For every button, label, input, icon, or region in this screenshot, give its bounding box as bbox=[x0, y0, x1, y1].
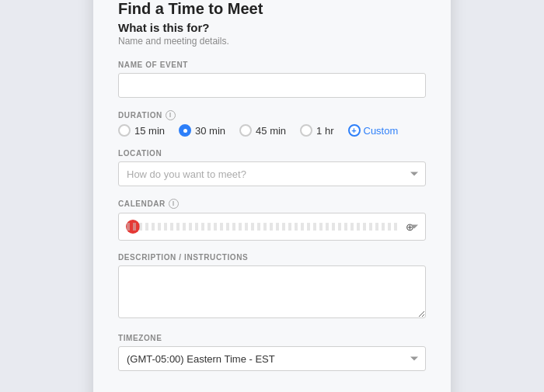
location-select[interactable]: How do you want to meet? bbox=[118, 161, 426, 186]
section-sub: Name and meeting details. bbox=[118, 36, 426, 47]
radio-45min bbox=[239, 124, 252, 137]
radio-1hr bbox=[300, 124, 312, 137]
description-textarea[interactable] bbox=[118, 265, 426, 318]
page-title: Find a Time to Meet bbox=[118, 0, 426, 18]
duration-field-group: Duration i 15 min 30 min 45 min bbox=[118, 110, 426, 137]
calendar-row[interactable]: ⊕ bbox=[118, 213, 426, 241]
timezone-label: Timezone bbox=[118, 334, 426, 342]
duration-45min-label: 45 min bbox=[256, 125, 286, 137]
duration-options: 15 min 30 min 45 min 1 hr Custom bbox=[118, 124, 426, 137]
duration-1hr[interactable]: 1 hr bbox=[300, 124, 333, 137]
duration-custom-label: Custom bbox=[364, 125, 399, 137]
main-content: Find a Time to Meet What is this for? Na… bbox=[93, 0, 451, 392]
duration-1hr-label: 1 hr bbox=[316, 125, 333, 137]
location-field-group: Location How do you want to meet? bbox=[118, 149, 426, 186]
custom-circle-icon bbox=[348, 124, 361, 137]
radio-15min bbox=[118, 124, 131, 137]
calendar-blurred-value bbox=[127, 223, 399, 231]
duration-info-icon[interactable]: i bbox=[166, 110, 176, 120]
duration-15min[interactable]: 15 min bbox=[118, 124, 165, 137]
location-label: Location bbox=[118, 149, 426, 158]
event-name-field-group: Name of Event bbox=[118, 61, 426, 98]
calendar-select-wrapper: ⊕ bbox=[118, 213, 426, 241]
section-heading: What is this for? bbox=[118, 21, 426, 34]
timezone-field-group: Timezone (GMT-05:00) Eastern Time - EST … bbox=[118, 334, 426, 371]
duration-30min-label: 30 min bbox=[195, 125, 225, 137]
description-label: Description / Instructions bbox=[118, 253, 426, 262]
calendar-share-icon[interactable]: ⊕ bbox=[406, 221, 414, 233]
description-field-group: Description / Instructions bbox=[118, 253, 426, 321]
duration-15min-label: 15 min bbox=[134, 125, 165, 137]
calendar-info-icon[interactable]: i bbox=[169, 199, 179, 209]
timezone-select-wrapper: (GMT-05:00) Eastern Time - EST ( GMT-08:… bbox=[118, 346, 426, 371]
radio-30min bbox=[179, 124, 191, 137]
calendar-label: Calendar i bbox=[118, 199, 426, 209]
location-select-wrapper: How do you want to meet? bbox=[118, 161, 426, 186]
modal-container: × Names & Details Create Event bbox=[93, 0, 451, 392]
calendar-field-group: Calendar i ⊕ bbox=[118, 199, 426, 241]
duration-custom[interactable]: Custom bbox=[348, 124, 399, 137]
event-name-label: Name of Event bbox=[118, 61, 426, 69]
timezone-select[interactable]: (GMT-05:00) Eastern Time - EST ( GMT-08:… bbox=[118, 346, 426, 371]
event-name-input[interactable] bbox=[118, 73, 426, 98]
duration-45min[interactable]: 45 min bbox=[239, 124, 286, 137]
duration-30min[interactable]: 30 min bbox=[179, 124, 225, 137]
duration-label: Duration i bbox=[118, 110, 426, 120]
